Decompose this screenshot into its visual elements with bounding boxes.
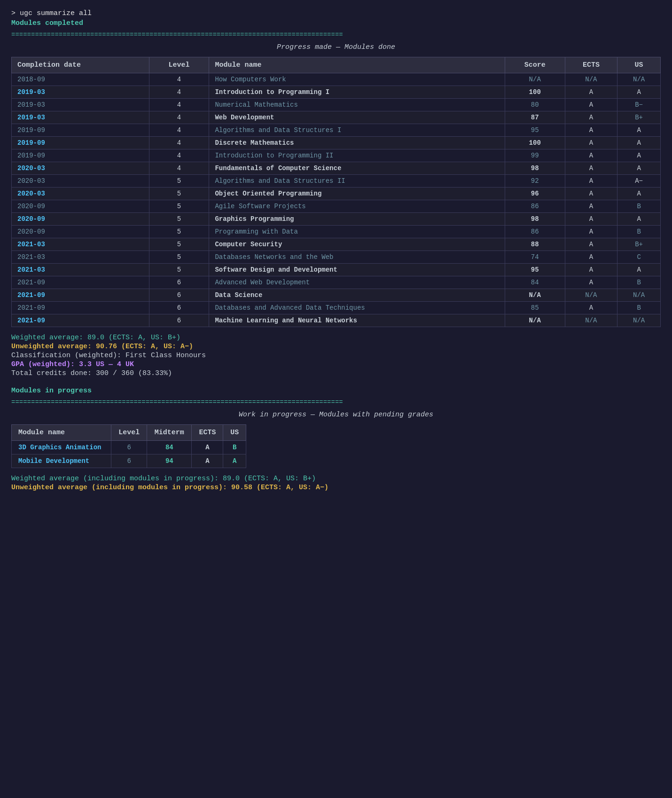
table-row: 2020-03 4 Fundamentals of Computer Scien…: [12, 162, 661, 175]
cell-ects: A: [565, 276, 617, 289]
cell-score: N/A: [505, 289, 565, 302]
cell-score: 88: [505, 238, 565, 251]
bottom-weighted: Weighted average (including modules in p…: [11, 475, 661, 483]
cell-module: Programming with Data: [209, 226, 505, 238]
cell-us: A: [617, 162, 661, 175]
bottom-stats: Weighted average (including modules in p…: [11, 475, 661, 492]
completed-section-title: Progress made — Modules done: [11, 43, 661, 51]
table-row: Mobile Development 6 94 A A: [12, 454, 246, 468]
bottom-unweighted: Unweighted average (including modules in…: [11, 484, 661, 492]
cell-score: 92: [505, 175, 565, 188]
prog-cell-module: 3D Graphics Animation: [12, 441, 111, 454]
cell-level: 6: [149, 289, 209, 302]
table-row: 2019-03 4 Numerical Mathematics 80 A B−: [12, 99, 661, 111]
cell-date: 2019-09: [12, 137, 149, 149]
cell-date: 2019-03: [12, 99, 149, 111]
prog-cell-ects: A: [192, 441, 223, 454]
cell-level: 5: [149, 175, 209, 188]
cell-score: 100: [505, 86, 565, 99]
modules-in-progress-label: Modules in progress: [11, 387, 661, 395]
table-row: 2021-03 5 Databases Networks and the Web…: [12, 251, 661, 264]
cell-module: Databases and Advanced Data Techniques: [209, 302, 505, 314]
cell-date: 2020-03: [12, 188, 149, 200]
cell-score: 96: [505, 188, 565, 200]
command-line: > ugc summarize all Modules completed: [11, 9, 661, 27]
col-level: Level: [149, 57, 209, 73]
cell-score: N/A: [505, 314, 565, 327]
prog-cell-level: 6: [111, 454, 147, 468]
table-row: 2021-09 6 Advanced Web Development 84 A …: [12, 276, 661, 289]
cell-level: 6: [149, 302, 209, 314]
cell-score: 80: [505, 99, 565, 111]
cell-level: 4: [149, 162, 209, 175]
in-progress-table: Module name Level Midterm ECTS US 3D Gra…: [11, 424, 246, 468]
completed-modules-table: Completion date Level Module name Score …: [11, 57, 661, 327]
prog-cell-ects: A: [192, 454, 223, 468]
unweighted-avg: Unweighted average: 90.76 (ECTS: A, US: …: [11, 343, 661, 351]
prog-col-midterm: Midterm: [147, 425, 192, 441]
prog-cell-midterm: 84: [147, 441, 192, 454]
prog-col-module: Module name: [12, 425, 111, 441]
cell-ects: N/A: [565, 289, 617, 302]
cell-date: 2021-09: [12, 289, 149, 302]
cell-module: Databases Networks and the Web: [209, 251, 505, 264]
table-row: 2019-03 4 Web Development 87 A B+: [12, 111, 661, 124]
cell-ects: A: [565, 251, 617, 264]
table-row: 2021-03 5 Computer Security 88 A B+: [12, 238, 661, 251]
cell-date: 2021-03: [12, 238, 149, 251]
table-row: 2020-03 5 Algorithms and Data Structures…: [12, 175, 661, 188]
cell-score: 87: [505, 111, 565, 124]
cell-score: 74: [505, 251, 565, 264]
command-prompt: > ugc summarize all: [11, 9, 661, 17]
cell-date: 2019-03: [12, 111, 149, 124]
cell-us: A: [617, 213, 661, 226]
cell-ects: A: [565, 226, 617, 238]
cell-module: Algorithms and Data Structures II: [209, 175, 505, 188]
cell-level: 6: [149, 276, 209, 289]
prog-cell-level: 6: [111, 441, 147, 454]
cell-score: 98: [505, 213, 565, 226]
cell-module: How Computers Work: [209, 73, 505, 86]
cell-level: 5: [149, 238, 209, 251]
cell-level: 5: [149, 200, 209, 213]
cell-score: 95: [505, 124, 565, 137]
cell-us: C: [617, 251, 661, 264]
cell-module: Web Development: [209, 111, 505, 124]
cell-date: 2021-09: [12, 276, 149, 289]
cell-us: N/A: [617, 73, 661, 86]
cell-us: N/A: [617, 289, 661, 302]
cell-level: 4: [149, 124, 209, 137]
cell-ects: A: [565, 162, 617, 175]
cell-us: A: [617, 264, 661, 276]
cell-ects: A: [565, 99, 617, 111]
cell-date: 2021-03: [12, 264, 149, 276]
cell-us: A: [617, 86, 661, 99]
cell-date: 2020-09: [12, 226, 149, 238]
cell-ects: A: [565, 124, 617, 137]
cell-level: 4: [149, 111, 209, 124]
cell-ects: A: [565, 238, 617, 251]
gpa: GPA (weighted): 3.3 US — 4 UK: [11, 360, 661, 368]
cell-ects: A: [565, 111, 617, 124]
table-row: 2019-09 4 Algorithms and Data Structures…: [12, 124, 661, 137]
cell-module: Numerical Mathematics: [209, 99, 505, 111]
cell-us: B: [617, 302, 661, 314]
table-row: 2021-03 5 Software Design and Developmen…: [12, 264, 661, 276]
prog-cell-module: Mobile Development: [12, 454, 111, 468]
cell-us: N/A: [617, 314, 661, 327]
cell-ects: A: [565, 264, 617, 276]
cell-us: B: [617, 200, 661, 213]
table-row: 2020-03 5 Object Oriented Programming 96…: [12, 188, 661, 200]
cell-score: 86: [505, 200, 565, 213]
table-row: 2018-09 4 How Computers Work N/A N/A N/A: [12, 73, 661, 86]
cell-level: 4: [149, 149, 209, 162]
in-progress-section-title: Work in progress — Modules with pending …: [11, 411, 661, 419]
cell-ects: A: [565, 200, 617, 213]
prog-col-ects: ECTS: [192, 425, 223, 441]
cell-date: 2019-03: [12, 86, 149, 99]
table-row: 2021-09 6 Data Science N/A N/A N/A: [12, 289, 661, 302]
cell-date: 2018-09: [12, 73, 149, 86]
cell-us: B: [617, 226, 661, 238]
cell-date: 2019-09: [12, 124, 149, 137]
stats-section: Weighted average: 89.0 (ECTS: A, US: B+)…: [11, 334, 661, 377]
